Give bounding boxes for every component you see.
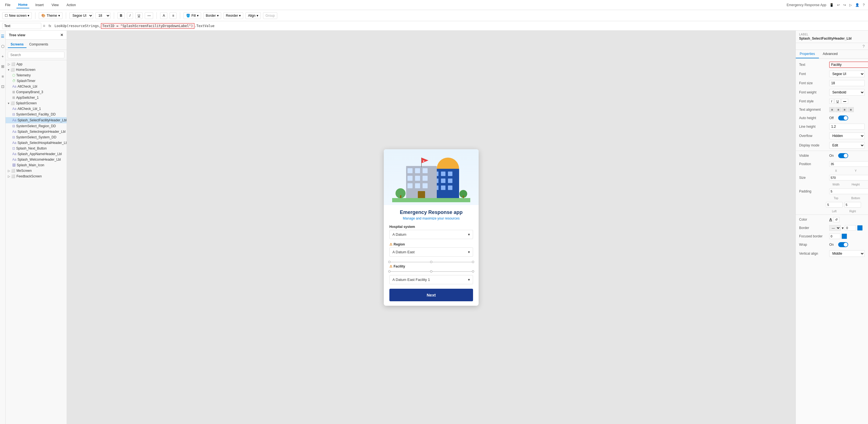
tab-advanced[interactable]: Advanced — [819, 50, 841, 58]
region-dropdown[interactable]: A Datum East ▾ — [390, 247, 473, 256]
handle-center-top[interactable] — [430, 261, 432, 263]
tree-item-app[interactable]: ▷ ⬜ App — [6, 61, 67, 67]
color-reset-btn[interactable]: ↺ — [833, 217, 840, 222]
fx-button[interactable]: fx — [47, 24, 53, 28]
tree-item-splashscreen[interactable]: ▾ ⬜ SplashScreen — [6, 100, 67, 106]
sidebar-media-icon[interactable]: ⊡ — [0, 83, 6, 90]
auto-height-toggle[interactable] — [838, 116, 848, 121]
sidebar-tree-icon[interactable]: ☰ — [0, 33, 6, 40]
handle-right-bottom[interactable] — [472, 270, 474, 273]
tree-item-main-icon[interactable]: 🖼 Splash_Main_Icon — [6, 162, 67, 168]
focused-border-input[interactable] — [829, 234, 840, 239]
sidebar-variables-icon[interactable]: ≡ — [0, 73, 6, 80]
tree-item-feedbackscreen[interactable]: ▷ ⬜ FeedbackScreen — [6, 174, 67, 179]
size-width-input[interactable] — [829, 175, 868, 180]
tree-item-next-button[interactable]: ⊡ Splash_Next_Button — [6, 146, 67, 151]
strikethrough-style-btn[interactable]: — — [841, 99, 848, 104]
border-style-select[interactable]: — — [829, 225, 841, 231]
align-center-btn[interactable]: ≡ — [835, 107, 841, 112]
undo-icon[interactable]: ↩ — [837, 3, 840, 7]
tree-item-altcheck1[interactable]: Aa AltCheck_Lbl_1 — [6, 106, 67, 112]
visible-toggle[interactable] — [838, 153, 848, 158]
user-icon[interactable]: 👤 — [855, 3, 859, 7]
font-size-select[interactable]: 18 — [95, 12, 111, 19]
font-weight-prop-select[interactable]: Semibold — [829, 89, 865, 96]
help-circle-icon[interactable]: ? — [862, 44, 865, 49]
tree-item-system-dd[interactable]: ⊟ SystemSelect_System_DD — [6, 134, 67, 140]
next-button[interactable]: Next — [390, 289, 473, 301]
bold-button[interactable]: B — [117, 12, 125, 19]
overflow-prop-select[interactable]: Hidden — [829, 132, 865, 139]
name-box-input[interactable] — [2, 23, 41, 29]
position-x-input[interactable] — [829, 161, 868, 167]
menu-view[interactable]: View — [50, 2, 61, 8]
font-size-prop-input[interactable] — [829, 80, 865, 86]
italic-style-btn[interactable]: I — [829, 99, 834, 104]
facility-dropdown[interactable]: A Datum East Facility 1 ▾ — [390, 275, 473, 284]
tree-item-altcheck-lbl[interactable]: Aa AltCheck_Lbl — [6, 84, 67, 89]
fill-button[interactable]: 🪣 Fill ▾ — [184, 12, 201, 19]
handle-left-bottom[interactable] — [388, 270, 391, 273]
tree-item-hospital-header[interactable]: Aa Splash_SelectHospitalHeader_Lbl — [6, 140, 67, 146]
tree-item-splashtimer[interactable]: ⏱ SplashTimer — [6, 78, 67, 84]
new-screen-button[interactable]: ☐ New screen ▾ — [2, 12, 32, 19]
help-icon[interactable]: ? — [863, 3, 865, 7]
tree-item-welcome-lbl[interactable]: Aa Splash_WelcomeHeader_Lbl — [6, 157, 67, 162]
focused-border-color-swatch[interactable] — [841, 234, 847, 239]
group-button[interactable]: Group — [263, 12, 277, 19]
hospital-system-dropdown[interactable]: A Datum ▾ — [390, 230, 473, 239]
tree-item-telemetry[interactable]: ⬡ Telemetry — [6, 72, 67, 78]
vertical-align-select[interactable]: Middle — [829, 250, 865, 257]
sidebar-plus-icon[interactable]: + — [0, 53, 6, 60]
padding-right-input[interactable] — [844, 202, 861, 208]
tree-item-region-dd[interactable]: ⊟ SystemSelect_Region_DD — [6, 123, 67, 129]
italic-button[interactable]: / — [127, 12, 133, 19]
search-input[interactable] — [8, 52, 64, 58]
formula-container[interactable]: LookUp(resourceStrings, TextID = "Splash… — [55, 23, 866, 29]
tab-properties[interactable]: Properties — [796, 50, 819, 58]
tree-item-companybrand[interactable]: ⊞ CompanyBrand_3 — [6, 89, 67, 95]
theme-button[interactable]: 🎨 Theme ▾ — [39, 12, 62, 19]
strikethrough-button[interactable]: — — [145, 12, 153, 19]
reorder-button[interactable]: Reorder ▾ — [223, 12, 243, 19]
menu-file[interactable]: File — [3, 2, 12, 8]
menu-action[interactable]: Action — [65, 2, 78, 8]
play-icon[interactable]: ▷ — [849, 3, 852, 7]
border-button[interactable]: Border ▾ — [203, 12, 221, 19]
handle-left-top[interactable] — [388, 261, 391, 263]
display-mode-prop-select[interactable]: Edit — [829, 142, 865, 149]
menu-home[interactable]: Home — [17, 2, 29, 8]
sidebar-components-icon[interactable]: ⊞ — [0, 63, 6, 70]
redo-icon[interactable]: ↪ — [843, 3, 846, 7]
tree-item-facility-header[interactable]: Aa Splash_SelectFacilityHeader_Lbl ··· — [6, 117, 67, 123]
underline-style-btn[interactable]: U — [835, 99, 841, 104]
tree-close-icon[interactable]: ✕ — [60, 33, 63, 37]
text-prop-input[interactable] — [829, 62, 868, 68]
handle-center-bottom[interactable] — [430, 270, 432, 273]
tab-screens[interactable]: Screens — [8, 41, 27, 48]
padding-top-input[interactable] — [829, 188, 868, 194]
border-width-input[interactable] — [845, 225, 856, 231]
tree-item-homescreen[interactable]: ▾ ⬜ HomeScreen — [6, 67, 67, 72]
text-color-button[interactable]: A — [160, 12, 167, 19]
handle-right-top[interactable] — [472, 261, 474, 263]
align-left-btn[interactable]: ≡ — [829, 107, 835, 112]
sidebar-data-icon[interactable]: ⬡ — [0, 43, 6, 50]
align-button[interactable]: ≡ — [169, 12, 177, 19]
line-height-prop-input[interactable] — [829, 124, 865, 130]
font-family-select[interactable]: Segoe UI — [69, 12, 93, 19]
border-color-swatch[interactable] — [857, 225, 863, 231]
font-prop-select[interactable]: Segoe UI — [829, 70, 865, 77]
tab-components[interactable]: Components — [27, 41, 51, 48]
underline-button[interactable]: U — [135, 12, 143, 19]
tree-item-mescreen[interactable]: ▷ ⬜ MeScreen — [6, 168, 67, 174]
align-btn[interactable]: Align ▾ — [245, 12, 261, 19]
tree-item-appname-lbl[interactable]: Aa Splash_AppNameHeader_Lbl — [6, 151, 67, 157]
padding-left-input[interactable] — [826, 202, 843, 208]
menu-insert[interactable]: Insert — [34, 2, 45, 8]
wrap-toggle[interactable] — [838, 242, 848, 247]
align-right-btn[interactable]: ≡ — [842, 107, 847, 112]
align-justify-btn[interactable]: ≡ — [848, 107, 854, 112]
tree-item-region-header[interactable]: Aa Splash_SelectregionHeader_Lbl — [6, 129, 67, 134]
tree-item-appswitcher[interactable]: ⊞ AppSwitcher_1 — [6, 95, 67, 100]
